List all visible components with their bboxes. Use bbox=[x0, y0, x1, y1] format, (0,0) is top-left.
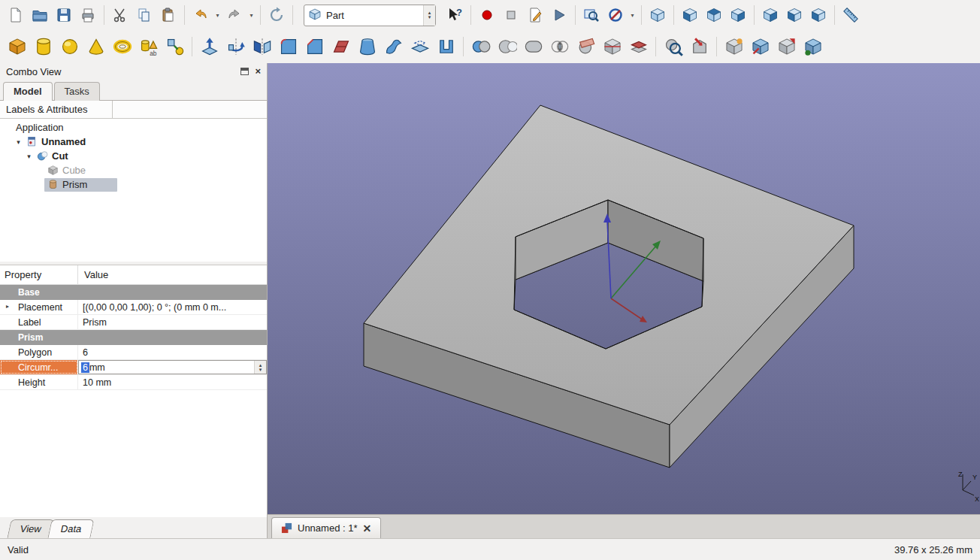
expander-icon[interactable]: ▾ bbox=[14, 138, 23, 146]
view-left-button[interactable] bbox=[807, 4, 830, 26]
part-3d-offset-button[interactable] bbox=[626, 34, 651, 59]
clipping-plane-button[interactable] bbox=[604, 4, 627, 26]
toolbar-separator bbox=[641, 5, 642, 25]
toolbar-separator bbox=[104, 5, 104, 25]
redo-button[interactable] bbox=[223, 4, 246, 26]
view-front-button[interactable] bbox=[679, 4, 701, 26]
part-revolve-button[interactable] bbox=[223, 34, 248, 59]
part-sphere-button[interactable] bbox=[57, 34, 82, 59]
close-panel-icon[interactable]: × bbox=[255, 68, 261, 75]
tab-data[interactable]: Data bbox=[47, 519, 95, 538]
toolbar-separator bbox=[470, 5, 471, 25]
property-value-cell[interactable]: 6 mm▴▾ bbox=[78, 360, 267, 374]
cut-button[interactable] bbox=[109, 4, 132, 26]
view-axonometric-button[interactable] bbox=[646, 4, 669, 26]
part-mirror-button[interactable] bbox=[250, 34, 274, 59]
part-simple-copy-button[interactable] bbox=[721, 34, 746, 59]
tree-item-cut[interactable]: ▾Cut bbox=[0, 149, 267, 163]
property-row-placement[interactable]: ▸Placement[(0,00 0,00 1,00); 0 °; (0 mm … bbox=[0, 300, 267, 315]
part-offset-button[interactable] bbox=[407, 34, 432, 59]
3d-viewport[interactable]: Z Y X bbox=[268, 63, 980, 514]
open-button[interactable] bbox=[29, 4, 51, 26]
document-close-icon[interactable]: ✕ bbox=[363, 522, 372, 534]
part-element-copy-button[interactable] bbox=[774, 34, 799, 59]
property-row-circumr[interactable]: Circumr...6 mm▴▾ bbox=[0, 360, 267, 375]
part-chamfer-button[interactable] bbox=[302, 34, 327, 59]
part-transformed-copy-button[interactable] bbox=[748, 34, 773, 59]
macro-record-button[interactable] bbox=[476, 4, 498, 26]
macro-execute-button[interactable] bbox=[548, 4, 570, 26]
property-name-cell[interactable]: ▸Placement bbox=[0, 300, 78, 314]
part-shape-builder-button[interactable] bbox=[162, 34, 187, 59]
view-right-button[interactable] bbox=[727, 4, 749, 26]
spinbox-arrows-icon[interactable]: ▴▾ bbox=[254, 361, 266, 374]
paste-button[interactable] bbox=[157, 4, 180, 26]
view-bottom-button[interactable] bbox=[783, 4, 806, 26]
document-tab-bar: Unnamed : 1* ✕ bbox=[268, 514, 980, 538]
macro-stop-button[interactable] bbox=[500, 4, 522, 26]
property-expander-icon[interactable]: ▸ bbox=[6, 303, 9, 310]
part-box-button[interactable] bbox=[5, 34, 29, 59]
property-value-cell[interactable]: 6 bbox=[78, 345, 267, 359]
tab-tasks[interactable]: Tasks bbox=[54, 82, 100, 101]
part-loft-button[interactable] bbox=[355, 34, 380, 59]
part-common-button[interactable] bbox=[547, 34, 572, 59]
property-value-cell[interactable]: 10 mm bbox=[78, 375, 267, 389]
document-tab[interactable]: Unnamed : 1* ✕ bbox=[271, 517, 381, 538]
part-extrude-button[interactable] bbox=[197, 34, 222, 59]
property-value-cell[interactable]: [(0,00 0,00 1,00); 0 °; (0 mm 0 m... bbox=[78, 300, 267, 314]
copy-button[interactable] bbox=[133, 4, 156, 26]
part-fillet-button[interactable] bbox=[276, 34, 301, 59]
property-row-label[interactable]: LabelPrism bbox=[0, 315, 267, 330]
tab-model[interactable]: Model bbox=[3, 82, 53, 101]
refresh-button[interactable] bbox=[265, 4, 288, 26]
property-name-cell[interactable]: Circumr... bbox=[0, 360, 78, 374]
tree-item-prism[interactable]: Prism bbox=[0, 177, 267, 192]
property-name-cell[interactable]: Height bbox=[0, 375, 78, 389]
part-primitives-button[interactable]: ab bbox=[136, 34, 161, 59]
workbench-selector[interactable]: Part▴▾ bbox=[304, 5, 436, 26]
property-name-cell[interactable]: Label bbox=[0, 315, 78, 329]
part-cylinder-button[interactable] bbox=[31, 34, 56, 59]
part-check-geometry-button[interactable] bbox=[661, 34, 685, 59]
part-cross-sections-button[interactable] bbox=[600, 34, 625, 59]
part-boolean-button[interactable] bbox=[468, 34, 493, 59]
whats-this-button[interactable]: ? bbox=[443, 4, 466, 26]
expander-icon[interactable]: ▾ bbox=[24, 153, 34, 160]
property-row-height[interactable]: Height10 mm bbox=[0, 375, 267, 390]
new-document-button[interactable] bbox=[5, 4, 27, 26]
part-ruled-surface-button[interactable] bbox=[328, 34, 353, 59]
toolbar-separator bbox=[463, 37, 464, 56]
macro-edit-button[interactable] bbox=[524, 4, 546, 26]
property-group-prism: Prism bbox=[0, 330, 267, 345]
view-rear-button[interactable] bbox=[759, 4, 782, 26]
redo-button-dropdown-icon[interactable]: ▾ bbox=[247, 12, 256, 19]
part-torus-button[interactable] bbox=[110, 34, 135, 59]
part-sweep-button[interactable] bbox=[381, 34, 406, 59]
float-panel-icon[interactable] bbox=[240, 68, 249, 75]
tree-item-application[interactable]: Application bbox=[0, 120, 267, 135]
box-zoom-button[interactable] bbox=[580, 4, 603, 26]
part-defeaturing-button[interactable] bbox=[687, 34, 712, 59]
part-union-button[interactable] bbox=[521, 34, 546, 59]
svg-text:ab: ab bbox=[150, 50, 157, 56]
part-cut-button[interactable] bbox=[495, 34, 519, 59]
property-value-cell[interactable]: Prism bbox=[78, 315, 267, 329]
part-thickness-button[interactable] bbox=[434, 34, 458, 59]
print-button[interactable] bbox=[77, 4, 99, 26]
workbench-spinner-icon[interactable]: ▴▾ bbox=[423, 5, 435, 26]
part-refine-shape-button[interactable] bbox=[800, 34, 825, 59]
tree-item-unnamed[interactable]: ▾Unnamed bbox=[0, 135, 267, 149]
part-cone-button[interactable] bbox=[83, 34, 108, 59]
circumradius-spinbox[interactable]: 6 mm▴▾ bbox=[78, 360, 267, 374]
part-section-button[interactable] bbox=[573, 34, 598, 59]
save-button[interactable] bbox=[53, 4, 75, 26]
view-top-button[interactable] bbox=[703, 4, 725, 26]
undo-button-dropdown-icon[interactable]: ▾ bbox=[213, 12, 222, 19]
property-name-cell[interactable]: Polygon bbox=[0, 345, 78, 359]
clipping-plane-button-dropdown-icon[interactable]: ▾ bbox=[628, 12, 637, 19]
undo-button[interactable] bbox=[189, 4, 212, 26]
tree-item-cube[interactable]: Cube bbox=[0, 163, 267, 177]
measure-button[interactable] bbox=[839, 4, 862, 26]
property-row-polygon[interactable]: Polygon6 bbox=[0, 345, 267, 360]
